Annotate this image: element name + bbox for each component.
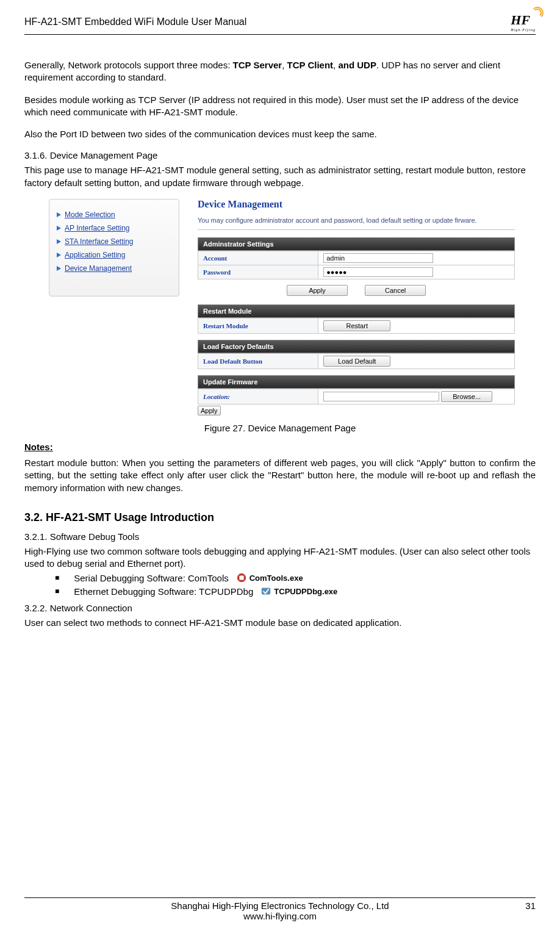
restart-button[interactable]: Restart <box>323 320 390 331</box>
list-item: Serial Debugging Software: ComTools ComT… <box>55 572 536 583</box>
sidebar-item-app[interactable]: Application Setting <box>57 251 171 259</box>
heading-316: 3.1.6. Device Management Page <box>24 150 536 160</box>
device-management-screenshot: Mode Selection AP Interface Setting STA … <box>49 199 536 415</box>
admin-settings-table: Account Password <box>198 251 515 279</box>
browse-button[interactable]: Browse... <box>441 391 492 402</box>
apply-button[interactable]: Apply <box>287 285 348 296</box>
update-firmware-bar: Update Firmware <box>198 375 515 389</box>
admin-button-row: Apply Cancel <box>198 279 515 304</box>
tools-list: Serial Debugging Software: ComTools ComT… <box>24 572 536 597</box>
document-header: HF-A21-SMT Embedded WiFi Module User Man… <box>24 12 536 35</box>
paragraph-322: User can select two methods to connect H… <box>24 617 536 629</box>
load-defaults-table: Load Default Button Load Default <box>198 353 515 369</box>
device-management-panel: Device Management You may configure admi… <box>198 199 515 415</box>
panel-title: Device Management <box>198 199 515 210</box>
paragraph-protocols: Generally, Network protocols support thr… <box>24 59 536 84</box>
hf-logo: HF High-Flying <box>511 12 536 32</box>
load-defaults-bar: Load Factory Defaults <box>198 340 515 353</box>
comtools-exe: ComTools.exe <box>236 572 303 583</box>
restart-bar: Restart Module <box>198 304 515 318</box>
wifi-icon <box>533 7 543 17</box>
arrow-icon <box>57 226 61 231</box>
restart-label: Restart Module <box>198 318 318 334</box>
divider <box>198 229 515 230</box>
cancel-button[interactable]: Cancel <box>365 285 426 296</box>
page-number: 31 <box>525 900 536 911</box>
notes-text: Restart module button: When you setting … <box>24 457 536 494</box>
heading-322: 3.2.2. Network Connection <box>24 603 536 613</box>
paragraph-ip: Besides module working as TCP Server (IP… <box>24 94 536 119</box>
firmware-table: Location: Browse... <box>198 389 515 404</box>
paragraph-port: Also the Port ID between two sides of th… <box>24 128 536 140</box>
doc-title: HF-A21-SMT Embedded WiFi Module User Man… <box>24 16 246 27</box>
list-item: Ethernet Debugging Software: TCPUDPDbg T… <box>55 586 536 597</box>
firmware-path-input[interactable] <box>323 392 439 401</box>
heading-321: 3.2.1. Software Debug Tools <box>24 531 536 542</box>
footer-company: Shanghai High-Flying Electronics Technol… <box>171 900 389 911</box>
sidebar-item-device[interactable]: Device Management <box>57 264 171 273</box>
footer-url: www.hi-flying.com <box>243 911 317 921</box>
panel-desc: You may configure administrator account … <box>198 216 515 225</box>
document-footer: Shanghai High-Flying Electronics Technol… <box>24 897 536 921</box>
location-label: Location: <box>198 389 318 404</box>
notes-heading: Notes: <box>24 442 536 452</box>
exe-icon <box>260 586 271 597</box>
password-input[interactable] <box>323 267 433 277</box>
sidebar-item-mode[interactable]: Mode Selection <box>57 210 171 219</box>
arrow-icon <box>57 239 61 244</box>
arrow-icon <box>57 266 61 271</box>
paragraph-316: This page use to manage HF-A21-SMT modul… <box>24 164 536 189</box>
load-default-label: Load Default Button <box>198 354 318 369</box>
sidebar-item-sta[interactable]: STA Interface Setting <box>57 237 171 246</box>
tcpudpdbg-exe: TCPUDPDbg.exe <box>260 586 337 597</box>
sidebar-item-ap[interactable]: AP Interface Setting <box>57 224 171 232</box>
arrow-icon <box>57 253 61 257</box>
side-nav: Mode Selection AP Interface Setting STA … <box>49 199 179 297</box>
password-label: Password <box>198 265 318 279</box>
paragraph-321: High-Flying use two common software tool… <box>24 545 536 570</box>
heading-32: 3.2. HF-A21-SMT Usage Introduction <box>24 511 536 524</box>
figure-caption: Figure 27. Device Management Page <box>24 423 536 433</box>
load-default-button[interactable]: Load Default <box>323 356 390 367</box>
account-input[interactable] <box>323 253 433 263</box>
firmware-apply-button[interactable]: Apply <box>198 406 221 415</box>
admin-settings-bar: Adminstrator Settings <box>198 237 515 251</box>
arrow-icon <box>57 212 61 217</box>
account-label: Account <box>198 251 318 265</box>
svg-rect-1 <box>239 576 243 580</box>
exe-icon <box>236 572 247 583</box>
restart-table: Restart Module Restart <box>198 318 515 334</box>
